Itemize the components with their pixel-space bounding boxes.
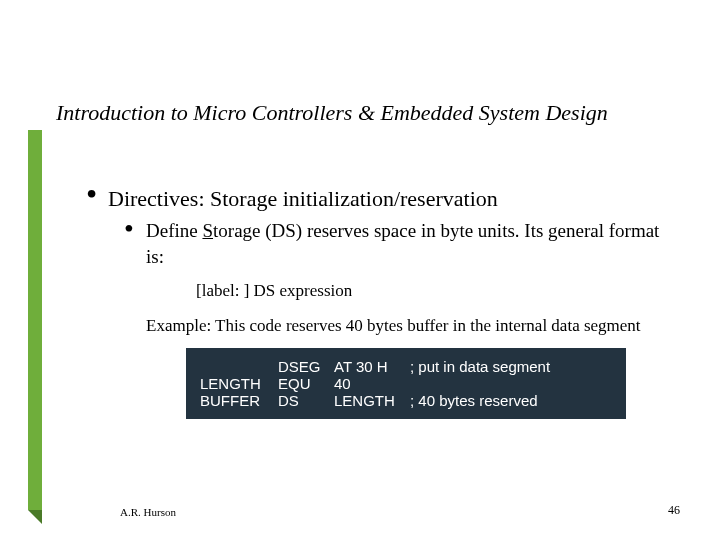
slide-title: Introduction to Micro Controllers & Embe… bbox=[56, 100, 680, 126]
syntax-format: [label: ] DS expression bbox=[196, 281, 680, 301]
code-directive: DSEG bbox=[278, 358, 334, 375]
decorative-corner bbox=[28, 510, 42, 524]
code-row: BUFFER DS LENGTH ; 40 bytes reserved bbox=[200, 392, 612, 409]
slide-content: Introduction to Micro Controllers & Embe… bbox=[56, 100, 680, 419]
bullet2-text-post: torage (DS) reserves space in byte units… bbox=[146, 220, 659, 267]
code-directive: EQU bbox=[278, 375, 334, 392]
code-directive: DS bbox=[278, 392, 334, 409]
code-row: DSEG AT 30 H ; put in data segment bbox=[200, 358, 612, 375]
bullet-level1: Directives: Storage initialization/reser… bbox=[86, 186, 680, 212]
code-comment: ; 40 bytes reserved bbox=[410, 392, 612, 409]
example-intro: Example: This code reserves 40 bytes buf… bbox=[146, 315, 680, 338]
code-label: BUFFER bbox=[200, 392, 278, 409]
code-operand: LENGTH bbox=[334, 392, 410, 409]
code-operand: 40 bbox=[334, 375, 410, 392]
code-comment: ; put in data segment bbox=[410, 358, 612, 375]
code-block: DSEG AT 30 H ; put in data segment LENGT… bbox=[186, 348, 626, 419]
bullet2-underlined: S bbox=[202, 220, 213, 241]
code-comment bbox=[410, 375, 612, 392]
bullet2-text-pre: Define bbox=[146, 220, 202, 241]
code-label bbox=[200, 358, 278, 375]
code-row: LENGTH EQU 40 bbox=[200, 375, 612, 392]
footer-author: A.R. Hurson bbox=[120, 506, 176, 518]
bullet-level2: Define Storage (DS) reserves space in by… bbox=[124, 218, 680, 269]
footer-page-number: 46 bbox=[668, 503, 680, 518]
code-operand: AT 30 H bbox=[334, 358, 410, 375]
decorative-vertical-bar bbox=[28, 130, 42, 510]
code-label: LENGTH bbox=[200, 375, 278, 392]
